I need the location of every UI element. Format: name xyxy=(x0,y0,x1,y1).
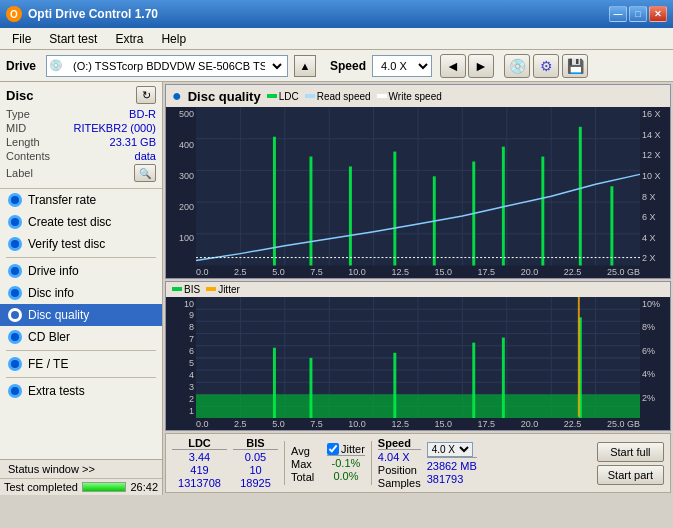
length-value: 23.31 GB xyxy=(110,136,156,148)
y-axis-right-bottom: 10% 8% 6% 4% 2% xyxy=(640,297,670,419)
contents-value: data xyxy=(135,150,156,162)
time-display: 26:42 xyxy=(130,481,158,493)
nav-dot xyxy=(8,286,22,300)
nav-label-drive-info: Drive info xyxy=(28,264,79,278)
nav-label-fe-te: FE / TE xyxy=(28,357,68,371)
eject-button[interactable]: ▲ xyxy=(294,55,316,77)
stats-jitter-col: Jitter -0.1% 0.0% xyxy=(327,443,365,483)
speed-label: Speed xyxy=(330,59,366,73)
disc-icon-button[interactable]: 💿 xyxy=(504,54,530,78)
close-button[interactable]: ✕ xyxy=(649,6,667,22)
drive-label: Drive xyxy=(6,59,36,73)
settings-icon-button[interactable]: ⚙ xyxy=(533,54,559,78)
nav-dot xyxy=(8,384,22,398)
sidebar-item-disc-info[interactable]: Disc info xyxy=(0,282,162,304)
label-icon-button[interactable]: 🔍 xyxy=(134,164,156,182)
status-area: Status window >> Test completed 26:42 xyxy=(0,459,162,495)
total-label: Total xyxy=(291,471,321,483)
save-icon-button[interactable]: 💾 xyxy=(562,54,588,78)
ldc-header: LDC xyxy=(172,437,227,450)
app-title: Opti Drive Control 1.70 xyxy=(28,7,609,21)
y-axis-left-top: 500 400 300 200 100 xyxy=(166,107,196,266)
nav-items: Transfer rate Create test disc Verify te… xyxy=(0,189,162,459)
nav-label-cd-bler: CD Bler xyxy=(28,330,70,344)
nav-dot xyxy=(8,357,22,371)
lower-chart-panel: BIS Jitter 10 9 8 7 6 5 4 3 xyxy=(165,281,671,432)
contents-label: Contents xyxy=(6,150,50,162)
nav-label-disc-quality: Disc quality xyxy=(28,308,89,322)
nav-prev-button[interactable]: ◄ xyxy=(440,54,466,78)
avg-bis: 0.05 xyxy=(233,451,278,463)
status-window-label: Status window >> xyxy=(8,463,95,475)
position-value: 23862 MB xyxy=(427,460,477,472)
menu-file[interactable]: File xyxy=(4,30,39,48)
speed-select-stats[interactable]: 4.0 X xyxy=(427,442,473,457)
speed-select-drive[interactable]: 4.0 X xyxy=(372,55,432,77)
content-area: Disc ↻ Type BD-R MID RITEKBR2 (000) Leng… xyxy=(0,82,673,495)
sidebar-item-create-test-disc[interactable]: Create test disc xyxy=(0,211,162,233)
sidebar: Disc ↻ Type BD-R MID RITEKBR2 (000) Leng… xyxy=(0,82,163,495)
samples-value: 381793 xyxy=(427,473,477,485)
legend-write-speed: Write speed xyxy=(377,91,442,102)
minimize-button[interactable]: — xyxy=(609,6,627,22)
lower-chart-inner xyxy=(196,297,640,419)
menu-help[interactable]: Help xyxy=(153,30,194,48)
jitter-checkbox[interactable] xyxy=(327,443,339,455)
stats-bis-col: BIS 0.05 10 18925 xyxy=(233,437,278,489)
svg-rect-45 xyxy=(309,357,312,418)
type-label: Type xyxy=(6,108,30,120)
max-label: Max xyxy=(291,458,321,470)
nav-next-button[interactable]: ► xyxy=(468,54,494,78)
legend-bis: BIS xyxy=(172,284,200,295)
svg-rect-47 xyxy=(472,342,475,418)
sidebar-item-fe-te[interactable]: FE / TE xyxy=(0,353,162,375)
sidebar-item-extra-tests[interactable]: Extra tests xyxy=(0,380,162,402)
svg-rect-21 xyxy=(541,157,544,266)
chart-header-icon: ● xyxy=(172,87,182,105)
nav-dot xyxy=(8,330,22,344)
sidebar-item-verify-test-disc[interactable]: Verify test disc xyxy=(0,233,162,255)
lower-chart-header: BIS Jitter xyxy=(166,282,670,297)
lower-chart-svg xyxy=(196,297,640,419)
upper-chart-inner xyxy=(196,107,640,266)
type-value: BD-R xyxy=(129,108,156,120)
nav-label-create-test-disc: Create test disc xyxy=(28,215,111,229)
stats-values-col: 4.0 X 23862 MB 381793 xyxy=(427,442,477,485)
upper-chart-panel: ● Disc quality LDC Read speed Write spee… xyxy=(165,84,671,279)
sidebar-item-drive-info[interactable]: Drive info xyxy=(0,260,162,282)
label-label: Label xyxy=(6,167,33,179)
sidebar-item-transfer-rate[interactable]: Transfer rate xyxy=(0,189,162,211)
mid-label: MID xyxy=(6,122,26,134)
x-axis-top: 0.0 2.5 5.0 7.5 10.0 12.5 15.0 17.5 20.0… xyxy=(166,266,670,278)
disc-refresh-button[interactable]: ↻ xyxy=(136,86,156,104)
stats-ldc-col: LDC 3.44 419 1313708 xyxy=(172,437,227,489)
app-icon: O xyxy=(6,6,22,22)
svg-rect-50 xyxy=(578,297,580,417)
jitter-checkbox-row: Jitter xyxy=(327,443,365,456)
status-window-button[interactable]: Status window >> xyxy=(0,460,162,479)
menu-start-test[interactable]: Start test xyxy=(41,30,105,48)
legend-ldc: LDC xyxy=(267,91,299,102)
menu-extra[interactable]: Extra xyxy=(107,30,151,48)
sidebar-item-disc-quality[interactable]: Disc quality xyxy=(0,304,162,326)
nav-dot-active xyxy=(8,308,22,322)
legend-jitter: Jitter xyxy=(206,284,240,295)
start-part-button[interactable]: Start part xyxy=(597,465,664,485)
progress-bar-fill xyxy=(83,483,125,491)
nav-label-transfer-rate: Transfer rate xyxy=(28,193,96,207)
stat-divider-2 xyxy=(371,441,372,485)
maximize-button[interactable]: □ xyxy=(629,6,647,22)
start-full-button[interactable]: Start full xyxy=(597,442,664,462)
samples-label: Samples xyxy=(378,477,421,489)
nav-dot xyxy=(8,264,22,278)
svg-rect-17 xyxy=(393,152,396,266)
svg-rect-22 xyxy=(579,127,582,266)
avg-ldc: 3.44 xyxy=(172,451,227,463)
chart-title: Disc quality xyxy=(188,89,261,104)
sidebar-item-cd-bler[interactable]: CD Bler xyxy=(0,326,162,348)
svg-rect-48 xyxy=(502,337,505,418)
drive-select[interactable]: (O:) TSSTcorp BDDVDW SE-506CB TS02 xyxy=(65,56,285,76)
position-label: Position xyxy=(378,464,421,476)
y-axis-left-bottom: 10 9 8 7 6 5 4 3 2 1 xyxy=(166,297,196,419)
stat-divider-1 xyxy=(284,441,285,485)
